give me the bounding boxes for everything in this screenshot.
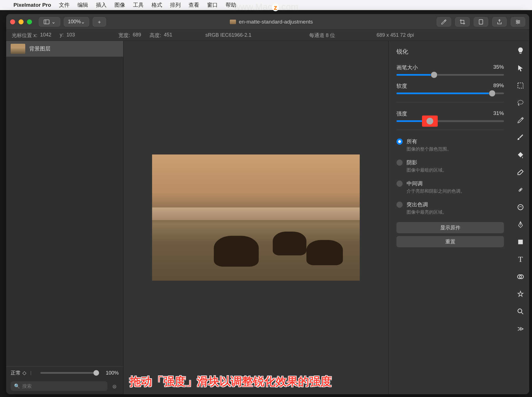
arrow-icon[interactable] (516, 63, 525, 73)
bucket-icon[interactable] (516, 150, 525, 160)
height-value: 451 (164, 32, 172, 39)
cursor-x-label: 光标位置 x: (12, 32, 37, 39)
warp-icon[interactable] (516, 202, 525, 212)
adjustments-button[interactable] (511, 17, 525, 27)
new-doc-button[interactable] (474, 17, 488, 27)
menu-window[interactable]: 窗口 (207, 1, 218, 9)
radio-shadows[interactable]: 阴影 图像中最暗的区域。 (396, 159, 504, 173)
brush-size-value: 35% (493, 64, 504, 71)
filter-icon[interactable]: ◎ (110, 382, 119, 390)
cursor-y-label: y: (60, 32, 64, 39)
cursor-y-value: 103 (66, 32, 75, 39)
reset-button[interactable]: 重置 (396, 236, 504, 247)
strength-slider-highlight (422, 116, 438, 127)
magnifier-icon[interactable] (516, 307, 525, 316)
svg-point-9 (518, 205, 523, 210)
menu-view[interactable]: 查看 (189, 1, 199, 9)
menu-insert[interactable]: 插入 (96, 1, 107, 9)
pen-tool-button[interactable] (437, 17, 451, 27)
search-icon: 🔍 (14, 383, 20, 389)
menu-format[interactable]: 格式 (152, 1, 162, 9)
layer-search-input[interactable]: 🔍 搜索 (11, 381, 107, 391)
width-value: 689 (133, 32, 141, 39)
svg-point-3 (516, 20, 518, 21)
brush-size-slider[interactable] (396, 74, 504, 76)
menu-arrange[interactable]: 排列 (170, 1, 181, 9)
strength-slider[interactable] (396, 120, 504, 122)
menu-edit[interactable]: 编辑 (77, 1, 88, 9)
canvas[interactable] (123, 41, 388, 394)
menu-tools[interactable]: 工具 (133, 1, 144, 9)
layer-row[interactable]: 背景图层 (6, 41, 123, 57)
heal-icon[interactable] (516, 185, 525, 195)
layer-opacity-value: 100% (106, 370, 119, 376)
show-original-button[interactable]: 显示原件 (396, 222, 504, 233)
app-name[interactable]: Pixelmator Pro (13, 2, 51, 8)
strength-value: 31% (493, 110, 504, 117)
svg-point-7 (518, 100, 523, 104)
panel-title: 锐化 (396, 48, 504, 56)
layers-footer: 正常 ◇ | 100% (6, 366, 123, 379)
paint-icon[interactable] (516, 46, 525, 56)
titlebar: ⌄ 100% ⌄ ＋ en-matte-standard-adjustments (6, 14, 529, 30)
document-title: en-matte-standard-adjustments (106, 19, 437, 25)
svg-point-5 (517, 22, 518, 24)
layer-name: 背景图层 (29, 45, 51, 52)
softness-value: 89% (493, 82, 504, 90)
tool-options-panel: 锐化 画笔大小 35% 软度 89% (388, 41, 512, 394)
marquee-icon[interactable] (516, 81, 525, 90)
effects-icon[interactable] (516, 289, 525, 299)
channel-depth: 每通道 8 位 (309, 32, 335, 39)
infobar: 光标位置 x: 1042 y: 103 宽度: 689 高度: 451 sRGB… (6, 30, 529, 41)
rect-icon[interactable] (516, 237, 525, 247)
layer-thumbnail (11, 44, 25, 54)
eyedropper-icon[interactable] (516, 116, 525, 125)
adjust-icon[interactable] (516, 272, 525, 281)
eraser-icon[interactable] (516, 168, 525, 177)
close-window-button[interactable] (10, 19, 15, 24)
width-label: 宽度: (118, 32, 130, 39)
add-button[interactable]: ＋ (93, 17, 106, 27)
menu-image[interactable]: 图像 (114, 1, 125, 9)
radio-dot-icon (396, 202, 403, 208)
image-preview (152, 154, 360, 281)
zoom-dropdown[interactable]: 100% ⌄ (64, 17, 89, 27)
dimensions: 689 x 451 72 dpi (377, 32, 414, 38)
radio-highlights[interactable]: 突出色调 图像中最亮的区域。 (396, 201, 504, 215)
text-icon[interactable]: T (516, 255, 525, 264)
range-radio-group: 所有 图像的整个颜色范围。 阴影 图像中最暗的区域。 中间调 介于亮部和阴影 (396, 138, 504, 215)
svg-point-13 (518, 309, 522, 313)
blend-mode-select[interactable]: 正常 ◇ (11, 370, 26, 376)
pen-icon[interactable] (516, 220, 525, 229)
softness-label: 软度 (396, 82, 407, 90)
brush-icon[interactable] (516, 133, 525, 142)
more-icon[interactable]: ≫ (516, 324, 525, 334)
radio-midtones[interactable]: 中间调 介于亮部和阴影之间的色调。 (396, 180, 504, 194)
app-window: ⌄ 100% ⌄ ＋ en-matte-standard-adjustments… (6, 14, 529, 394)
strength-label: 强度 (396, 110, 407, 117)
svg-point-4 (518, 21, 520, 22)
menubar: Pixelmator Pro 文件 编辑 插入 图像 工具 格式 排列 查看 窗… (0, 0, 532, 10)
share-button[interactable] (492, 17, 507, 27)
svg-line-14 (522, 313, 523, 314)
menu-file[interactable]: 文件 (59, 1, 70, 9)
radio-all[interactable]: 所有 图像的整个颜色范围。 (396, 138, 504, 152)
toolstrip: T ≫ (512, 41, 529, 394)
crop-tool-button[interactable] (455, 17, 470, 27)
fullscreen-window-button[interactable] (27, 19, 32, 24)
radio-dot-icon (396, 139, 403, 145)
layer-opacity-slider[interactable] (40, 372, 99, 374)
cursor-x-value: 1042 (40, 32, 51, 39)
layers-panel: 背景图层 正常 ◇ | 100% 🔍 搜索 ◎ (6, 41, 123, 394)
svg-rect-0 (44, 20, 49, 24)
document-icon (230, 20, 236, 24)
colorspace: sRGB IEC61966-2.1 (205, 32, 251, 38)
softness-slider[interactable] (396, 93, 504, 94)
svg-rect-2 (479, 19, 483, 24)
menu-help[interactable]: 帮助 (226, 1, 236, 9)
minimize-window-button[interactable] (19, 19, 24, 24)
svg-rect-10 (518, 240, 523, 244)
radio-dot-icon (396, 160, 403, 166)
sidebar-toggle-button[interactable]: ⌄ (39, 17, 60, 27)
lasso-icon[interactable] (516, 98, 525, 108)
